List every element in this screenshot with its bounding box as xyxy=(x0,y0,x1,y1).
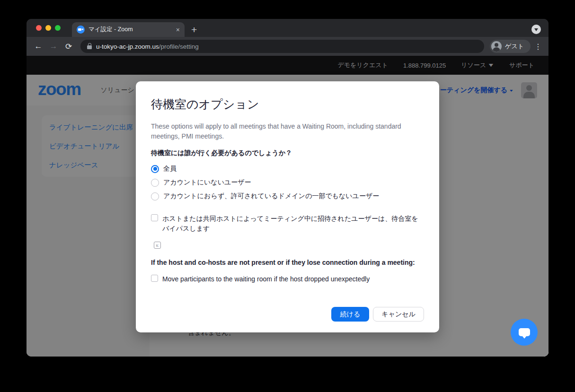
waiting-room-target-radio-group: 全員 アカウントにいないユーザー アカウントにおらず、許可されているドメインの一… xyxy=(151,165,424,200)
window-controls xyxy=(36,25,61,31)
checkbox-unchecked-icon[interactable] xyxy=(151,275,158,282)
new-tab-button[interactable]: + xyxy=(191,25,197,35)
address-bar[interactable]: u-tokyo-ac-jp.zoom.us/profile/setting xyxy=(80,40,484,53)
radio-unselected-icon[interactable] xyxy=(151,179,159,187)
chat-bubble-icon xyxy=(519,328,530,336)
radio-option-users-not-in-account-or-domain[interactable]: アカウントにおらず、許可されているドメインの一部でもないユーザー xyxy=(151,192,424,200)
url-text: u-tokyo-ac-jp.zoom.us/profile/setting xyxy=(96,43,199,50)
zoom-favicon-icon xyxy=(77,26,85,34)
dialog-question: 待機室には誰が行く必要があるのでしょうか？ xyxy=(151,149,424,157)
browser-toolbar: ← → ⟳ u-tokyo-ac-jp.zoom.us/profile/sett… xyxy=(27,37,548,56)
guest-label: ゲスト xyxy=(505,42,524,51)
browser-menu-icon[interactable]: ⋮ xyxy=(533,42,543,51)
radio-selected-icon[interactable] xyxy=(151,165,159,173)
tab-close-icon[interactable]: × xyxy=(176,26,180,33)
minimize-window-button[interactable] xyxy=(45,25,51,31)
radio-option-everyone[interactable]: 全員 xyxy=(151,165,424,173)
radio-option-users-not-in-account[interactable]: アカウントにいないユーザー xyxy=(151,178,424,187)
url-path: /profile/setting xyxy=(159,43,199,50)
fullscreen-window-button[interactable] xyxy=(55,25,61,31)
bypass-waiting-room-option[interactable]: ホストまたは共同ホストによってミーティング中に招待されたユーザーは、待合室をバイ… xyxy=(151,214,424,234)
browser-profile-chevron-button[interactable] xyxy=(531,25,541,34)
tab-title: マイ設定 - Zoom xyxy=(88,26,172,34)
guest-avatar-icon xyxy=(491,41,502,52)
chat-support-button[interactable] xyxy=(511,319,538,346)
move-participants-option[interactable]: Move participants to the waiting room if… xyxy=(151,274,424,284)
dialog-actions: 続ける キャンセル xyxy=(331,307,424,322)
browser-window: マイ設定 - Zoom × + ← → ⟳ u-tokyo-ac-jp.zoom… xyxy=(27,19,548,357)
waiting-room-options-dialog: 待機室のオプション These options will apply to al… xyxy=(136,81,439,332)
lock-icon xyxy=(87,45,92,49)
checkbox-unchecked-icon[interactable] xyxy=(151,214,158,221)
host-absent-heading: If the host and co-hosts are not present… xyxy=(151,259,424,266)
forward-button[interactable]: → xyxy=(47,42,60,51)
url-host: u-tokyo-ac-jp.zoom.us xyxy=(96,43,159,50)
continue-button[interactable]: 続ける xyxy=(331,307,370,322)
radio-unselected-icon[interactable] xyxy=(151,192,159,200)
tab-strip: マイ設定 - Zoom × + xyxy=(27,19,548,37)
dialog-title: 待機室のオプション xyxy=(151,96,424,112)
browser-tab[interactable]: マイ設定 - Zoom × xyxy=(72,22,185,37)
dialog-description: These options will apply to all meetings… xyxy=(151,122,409,141)
chevron-down-icon xyxy=(534,28,538,31)
browser-profile-button[interactable]: ゲスト xyxy=(490,40,531,53)
close-window-button[interactable] xyxy=(36,25,42,31)
reload-button[interactable]: ⟳ xyxy=(62,42,75,52)
cancel-button[interactable]: キャンセル xyxy=(373,307,424,322)
back-button[interactable]: ← xyxy=(32,42,44,51)
broken-image-icon: v. xyxy=(154,242,161,249)
